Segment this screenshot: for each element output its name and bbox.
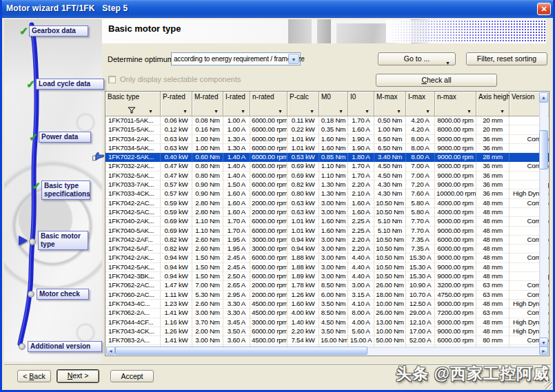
table-row[interactable]: 1FK7015-5AK...0.12 kW0.16 Nm1.00 A6000.0… <box>105 125 549 134</box>
table-cell-i_rated: 1.00 A <box>223 125 250 134</box>
table-row[interactable]: 1FK7034-2AK...0.63 kW1.00 Nm1.30 A6000.0… <box>105 135 549 144</box>
table-cell-i_rated: 1.30 A <box>223 135 250 144</box>
header-cell-m_rated[interactable]: M-rated▼ <box>192 92 223 116</box>
header-cell-i_max[interactable]: I-max▼ <box>406 92 435 116</box>
table-cell-basic_type: 1FK7042-2AC... <box>105 199 161 208</box>
table-cell-m_max: 10.50 Nm <box>374 272 406 281</box>
table-cell-p_rated: 1.11 kW <box>161 291 192 300</box>
resize-grip[interactable] <box>544 381 552 389</box>
table-row[interactable]: 1FK7042-2AF...0.82 kW2.60 Nm1.95 A3000.0… <box>105 236 549 245</box>
table-row[interactable]: 1FK7062-2AC...1.47 kW7.00 Nm2.65 A2000.0… <box>105 281 549 290</box>
horizontal-scrollbar-thumb[interactable] <box>115 347 367 355</box>
table-cell-i0: 1.60 A <box>348 208 374 217</box>
table-row[interactable]: 1FK7034-5AK...0.63 kW1.00 Nm1.30 A6000.0… <box>105 144 549 153</box>
scroll-left-icon[interactable]: ◄ <box>106 347 115 355</box>
go-to-button[interactable]: Go to ... ▼ <box>378 52 456 65</box>
scroll-right-icon[interactable]: ► <box>539 347 548 355</box>
header-cell-p_calc[interactable]: P-calc▼ <box>287 92 319 116</box>
table-cell-i0: 15.00 A <box>348 336 374 345</box>
column-dropdown-icon[interactable]: ▼ <box>500 109 505 114</box>
table-row[interactable]: 1FK7042-5AF...0.82 kW2.60 Nm1.95 A3000.0… <box>105 245 549 254</box>
column-dropdown-icon[interactable]: ▼ <box>214 109 219 114</box>
table-row[interactable]: 1FK7040-5AK...0.69 kW1.10 Nm1.70 A6000.0… <box>105 227 549 236</box>
header-cell-i_rated[interactable]: I-rated▼ <box>223 92 250 116</box>
column-dropdown-icon[interactable]: ▼ <box>183 109 188 114</box>
table-cell-n_rated: 6000.00 rpm <box>250 254 287 262</box>
scroll-up-icon[interactable]: ▲ <box>539 92 548 103</box>
vertical-scrollbar-thumb[interactable] <box>539 130 548 169</box>
column-dropdown-icon[interactable]: ▼ <box>278 109 283 114</box>
table-row[interactable]: 1FK7060-2AC...1.11 kW5.30 Nm2.95 A2000.0… <box>105 291 549 300</box>
check-all-button[interactable]: Check all <box>376 74 497 87</box>
table-row[interactable]: 1FK7042-3BK...0.94 kW1.50 Nm2.50 A6000.0… <box>105 272 549 281</box>
table-cell-basic_type: 1FK7043-4CK... <box>105 327 161 336</box>
wizard-step-power-data[interactable]: Power data <box>39 132 91 143</box>
table-cell-i0: 1.90 A <box>348 144 374 153</box>
table-row[interactable]: 1FK7040-2AK...0.69 kW1.10 Nm1.70 A6000.0… <box>105 217 549 226</box>
table-cell-i0: 1.90 A <box>348 135 374 144</box>
close-icon[interactable]: ✕ <box>537 3 551 15</box>
table-row[interactable]: 1FK7033-7AK...0.57 kW0.90 Nm1.50 A6000.0… <box>105 180 549 189</box>
table-row[interactable]: 1FK7042-2AK...0.94 kW1.50 Nm2.45 A6000.0… <box>105 254 549 262</box>
wizard-step-gearbox-data[interactable]: Gearbox data <box>29 25 88 37</box>
column-dropdown-icon[interactable]: ▼ <box>241 109 245 114</box>
filter-reset-sorting-button[interactable]: Filter, reset sorting <box>466 52 547 65</box>
table-row[interactable]: 1FK7032-5AK...0.47 kW0.80 Nm1.40 A6000.0… <box>105 172 549 180</box>
column-dropdown-icon[interactable]: ▼ <box>365 109 370 114</box>
header-cell-n_rated[interactable]: n-rated▼ <box>250 92 287 116</box>
table-cell-i_max: 29.00 A <box>406 309 435 318</box>
table-cell-n_rated: 4500.00 rpm <box>250 300 287 309</box>
table-cell-i0: 4.40 A <box>348 272 374 281</box>
header-cell-basic_type[interactable]: Basic type▼ <box>105 92 161 116</box>
header-cell-axis_height[interactable]: Axis height▼ <box>476 92 509 116</box>
header-cell-m0[interactable]: M0▼ <box>319 92 348 116</box>
table-cell-p_calc: 0.69 kW <box>287 162 319 171</box>
column-dropdown-icon[interactable]: ▼ <box>396 109 401 114</box>
accept-button[interactable]: Accept <box>110 370 154 382</box>
table-cell-m0: 3.00 Nm <box>319 245 348 254</box>
header-cell-m_max[interactable]: M-max▼ <box>374 92 406 116</box>
header-cell-p_rated[interactable]: P-rated▼ <box>161 92 192 116</box>
back-button[interactable]: < Back <box>17 370 51 382</box>
table-row[interactable]: 1FK7043-4CK...1.26 kW2.00 Nm3.50 A6000.0… <box>105 327 549 336</box>
column-label: I0 <box>350 93 356 101</box>
table-row[interactable]: 1FK7043-4C...1.23 kW2.60 Nm3.30 A4500.00… <box>105 300 549 309</box>
table-cell-i_max: 5.80 A <box>406 208 435 217</box>
wizard-step-additional-version[interactable]: Additional version <box>28 341 102 352</box>
table-row[interactable]: 1FK7042-2AC...0.59 kW2.80 Nm1.60 A2000.0… <box>105 199 549 208</box>
table-row[interactable]: 1FK7042-5AK...0.94 kW1.50 Nm2.45 A6000.0… <box>105 263 549 272</box>
column-dropdown-icon[interactable]: ▼ <box>339 109 343 114</box>
table-cell-p_rated: 0.57 kW <box>161 189 192 198</box>
chevron-down-icon[interactable]: ▼ <box>288 54 299 64</box>
header-cell-n_max[interactable]: n-max▼ <box>435 92 476 116</box>
table-cell-m_max: 10.00 Nm <box>374 327 406 336</box>
wizard-step-basic-motor-type[interactable]: Basic motor type <box>38 231 88 250</box>
next-button[interactable]: Next > <box>57 369 99 383</box>
table-row[interactable]: 1FK7083-2A...1.41 kW3.00 Nm3.60 A4500.00… <box>105 336 549 345</box>
table-cell-m0: 1.10 Nm <box>319 162 348 171</box>
column-dropdown-icon[interactable]: ▼ <box>148 109 153 114</box>
table-row[interactable]: 1FK7044-4CF...1.16 kW3.70 Nm3.45 A3000.0… <box>105 318 549 327</box>
table-row-selected[interactable]: 1FK7022-5AK...0.40 kW0.60 Nm1.40 A6000.0… <box>105 153 549 162</box>
header-cell-i0[interactable]: I0▼ <box>348 92 374 116</box>
column-dropdown-icon[interactable]: ▼ <box>310 109 314 114</box>
table-cell-p_calc: 1.40 kW <box>287 318 319 327</box>
table-row[interactable]: 1FK7042-5AC...0.59 kW2.80 Nm1.60 A2000.0… <box>105 208 549 217</box>
table-row[interactable]: 1FK7062-2A...1.41 kW3.00 Nm3.30 A4500.00… <box>105 309 549 318</box>
column-dropdown-icon[interactable]: ▼ <box>467 109 472 114</box>
wizard-step-motor-check[interactable]: Motor check <box>37 289 89 300</box>
table-cell-p_rated: 0.06 kW <box>161 116 192 125</box>
table-row[interactable]: 1FK7011-5AK...0.06 kW0.08 Nm1.00 A6000.0… <box>105 116 549 125</box>
wizard-step-load-cycle-data[interactable]: Load cycle data <box>36 79 104 90</box>
table-cell-n_max: 9000.00 rpm <box>435 180 476 189</box>
column-dropdown-icon[interactable]: ▼ <box>425 109 430 114</box>
optimum-motor-select[interactable]: according to energy requirement / frame … <box>171 52 301 65</box>
table-cell-n_rated: 6000.00 rpm <box>250 172 287 180</box>
step-marker-icon <box>28 291 34 298</box>
only-display-selectable-checkbox[interactable] <box>108 76 116 83</box>
table-row[interactable]: 1FK7033-4CK...0.57 kW0.90 Nm1.60 A6000.0… <box>105 189 549 198</box>
table-row[interactable]: 1FK7032-2AK...0.47 kW0.80 Nm1.40 A6000.0… <box>105 162 549 171</box>
wizard-step-basic-type-specifications[interactable]: Basic type specifications <box>41 180 90 200</box>
table-cell-m_max: 5.10 Nm <box>374 217 406 226</box>
title-bar[interactable]: Motor wizard 1FT/1FK Step 5 ✕ <box>0 0 555 18</box>
